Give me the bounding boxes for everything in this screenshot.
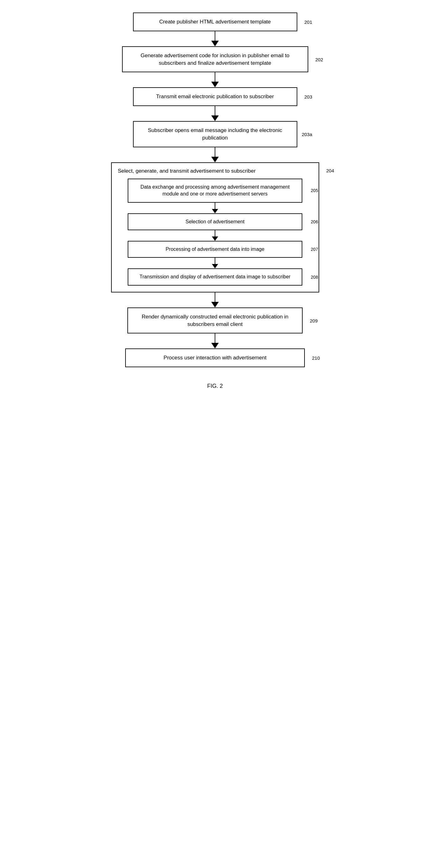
step-207-label: 207: [311, 247, 318, 252]
line-5: [215, 292, 215, 302]
step-205-box: Data exchange and processing among adver…: [128, 179, 303, 203]
step-201-box: Create publisher HTML advertisement temp…: [133, 12, 297, 31]
inner-connector-2: [118, 230, 312, 241]
step-210-box: Process user interaction with advertisem…: [125, 348, 305, 367]
line-1: [215, 31, 215, 41]
step-201-label: 201: [304, 19, 312, 24]
step-204-label: 204: [326, 168, 334, 173]
step-207-text: Processing of advertisement data into im…: [166, 246, 264, 252]
arrow-6: [211, 343, 219, 348]
inner-connector-3: [118, 258, 312, 268]
line-2: [215, 72, 215, 82]
step-203-text: Transmit email electronic publication to…: [156, 94, 274, 99]
connector-3: [106, 106, 324, 121]
step-203a-text: Subscriber opens email message including…: [148, 127, 282, 141]
connector-1: [106, 31, 324, 46]
inner-flow-204: Data exchange and processing among adver…: [118, 179, 312, 286]
connector-4: [106, 147, 324, 162]
step-207-box: Processing of advertisement data into im…: [128, 241, 303, 258]
step-202-box: Generate advertisement code for inclusio…: [122, 46, 308, 72]
step-205-text: Data exchange and processing among adver…: [141, 184, 290, 196]
arrow-1: [211, 41, 219, 46]
step-208-label: 208: [311, 275, 318, 280]
step-206-box: Selection of advertisement 206: [128, 213, 303, 230]
step-204-outer-box: Select, generate, and transmit advertise…: [111, 162, 319, 292]
connector-2: [106, 72, 324, 87]
step-209-text: Render dynamically constructed email ele…: [142, 314, 289, 327]
step-203a-label: 203a: [302, 131, 312, 137]
arrow-2: [211, 82, 219, 87]
step-203a-box: Subscriber opens email message including…: [133, 121, 297, 147]
step-208-box: Transmission and display of advertisemen…: [128, 268, 303, 285]
inner-connector-1: [118, 203, 312, 213]
connector-5: [106, 292, 324, 308]
step-209-label: 209: [310, 318, 318, 323]
step-203-box: Transmit email electronic publication to…: [133, 87, 297, 106]
step-210-text: Process user interaction with advertisem…: [164, 355, 267, 361]
figure-caption: FIG. 2: [207, 383, 223, 390]
inner-arrow-3: [212, 264, 218, 268]
step-209-box: Render dynamically constructed email ele…: [127, 308, 303, 334]
inner-arrow-1: [212, 209, 218, 213]
step-204-title: Select, generate, and transmit advertise…: [118, 168, 312, 174]
arrow-4: [211, 157, 219, 162]
step-210-label: 210: [312, 355, 320, 361]
flowchart-diagram: Create publisher HTML advertisement temp…: [106, 12, 324, 849]
inner-arrow-2: [212, 237, 218, 241]
connector-6: [106, 334, 324, 348]
line-6: [215, 334, 215, 343]
inner-line-3: [215, 258, 215, 264]
step-203-label: 203: [304, 94, 312, 99]
line-3: [215, 106, 215, 116]
step-201-text: Create publisher HTML advertisement temp…: [159, 19, 271, 25]
step-206-label: 206: [311, 219, 318, 224]
step-208-text: Transmission and display of advertisemen…: [140, 274, 290, 279]
inner-line-2: [215, 230, 215, 237]
line-4: [215, 147, 215, 157]
arrow-5: [211, 302, 219, 308]
inner-line-1: [215, 203, 215, 209]
step-202-text: Generate advertisement code for inclusio…: [141, 53, 289, 66]
arrow-3: [211, 116, 219, 121]
step-202-label: 202: [315, 57, 323, 62]
step-206-text: Selection of advertisement: [185, 219, 245, 224]
step-205-label: 205: [311, 188, 318, 193]
